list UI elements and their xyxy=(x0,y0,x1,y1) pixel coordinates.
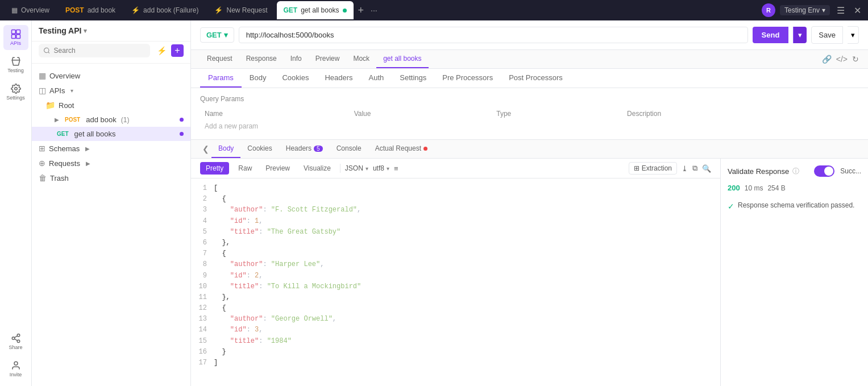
code-area: 1[ 2 { 3 "author": "F. Scott Fitzgerald"… xyxy=(191,179,720,386)
add-param-row[interactable]: Add a new param xyxy=(200,120,859,132)
add-tab-button[interactable]: + xyxy=(356,5,367,16)
copy-icon[interactable]: ⧉ xyxy=(692,164,697,173)
tab-body[interactable]: Body xyxy=(242,69,275,88)
preview-button[interactable]: Preview xyxy=(261,162,294,175)
tree-item-schemas[interactable]: ⊞ Schemas ▶ xyxy=(32,141,190,156)
left-panel: Testing API ▾ ⚡ + ▦ Overview ◫ APIs xyxy=(32,20,191,386)
download-icon[interactable]: ⤓ xyxy=(682,164,688,173)
method-selector[interactable]: GET ▾ xyxy=(200,27,234,43)
tab-console[interactable]: Console xyxy=(330,140,368,158)
extraction-icon: ⊞ xyxy=(634,164,639,172)
code-line: 8 "author": "Harper Lee", xyxy=(191,259,720,270)
validation-panel: Validate Response ⓘ Succ... 200 10 ms 25… xyxy=(720,159,868,386)
tab-new-request[interactable]: ⚡ New Request xyxy=(207,1,274,19)
refresh-icon[interactable]: ↻ xyxy=(852,55,859,64)
response-tabs: ❮ Body Cookies Headers 5 Console Actual … xyxy=(191,140,868,159)
tree-item-get-all-books[interactable]: GET get all books xyxy=(32,127,190,141)
add-button[interactable]: + xyxy=(171,44,184,57)
validate-toggle[interactable] xyxy=(814,165,834,177)
lang-select[interactable]: JSON ▾ xyxy=(345,164,368,172)
lightning-icon: ⚡ xyxy=(214,6,223,14)
sidebar-item-share[interactable]: Share xyxy=(3,329,28,354)
tab-settings[interactable]: Settings xyxy=(392,69,434,88)
tab-icons: 🔗 </> ↻ xyxy=(822,55,859,64)
close-button[interactable]: ✕ xyxy=(852,4,863,17)
filter-button[interactable]: ⚡ xyxy=(155,44,169,57)
tab-pre-processors[interactable]: Pre Processors xyxy=(434,69,501,88)
tab-cookies[interactable]: Cookies xyxy=(274,69,317,88)
save-button[interactable]: Save xyxy=(811,26,843,44)
send-button[interactable]: Send xyxy=(753,27,789,43)
tab-post-processors[interactable]: Post Processors xyxy=(501,69,571,88)
code-line: 15 "title": "1984" xyxy=(191,336,720,347)
code-icon[interactable]: </> xyxy=(836,55,848,64)
tab-auth[interactable]: Auth xyxy=(361,69,392,88)
url-input[interactable] xyxy=(239,27,748,43)
encoding-select[interactable]: utf8 ▾ xyxy=(373,164,389,172)
hamburger-button[interactable]: ☰ xyxy=(834,4,847,17)
folder-icon: 📁 xyxy=(45,101,55,110)
tab-cookies-resp[interactable]: Cookies xyxy=(240,140,279,158)
sidebar-item-apis[interactable]: APIs xyxy=(3,25,28,50)
add-param-cell[interactable]: Add a new param xyxy=(200,120,859,132)
app-title: Testing API ▾ xyxy=(39,26,184,35)
pretty-button[interactable]: Pretty xyxy=(200,162,229,175)
tree-item-post-add-book[interactable]: ▶ POST add book (1) xyxy=(32,113,190,127)
tree-trash-label: Trash xyxy=(50,174,69,182)
extraction-button[interactable]: ⊞ Extraction xyxy=(629,162,677,175)
grid-icon: ▦ xyxy=(11,6,18,14)
tab-headers-resp[interactable]: Headers 5 xyxy=(279,140,330,158)
search-box[interactable] xyxy=(39,44,150,57)
tab-get-all-books[interactable]: get all books xyxy=(376,50,428,68)
settings-icon xyxy=(11,84,21,94)
sidebar-item-testing[interactable]: Testing xyxy=(3,52,28,77)
tab-request[interactable]: Request xyxy=(200,50,239,68)
tab-info[interactable]: Info xyxy=(284,50,309,68)
tab-actual-request[interactable]: Actual Request xyxy=(368,140,434,158)
tab-response[interactable]: Response xyxy=(239,50,284,68)
tree-item-requests[interactable]: ⊕ Requests ▶ xyxy=(32,156,190,171)
sidebar-item-invite[interactable]: Invite xyxy=(3,356,28,381)
visualize-button[interactable]: Visualize xyxy=(299,162,335,175)
wrap-icon[interactable]: ≡ xyxy=(394,164,398,173)
chevron-down-icon: ▾ xyxy=(224,31,228,39)
api-icon xyxy=(11,29,21,39)
tab-body[interactable]: Body xyxy=(211,140,240,158)
tree-item-overview[interactable]: ▦ Overview xyxy=(32,68,190,83)
tab-add-book-failure[interactable]: ⚡ add book (Failure) xyxy=(124,1,205,19)
send-dropdown-button[interactable]: ▾ xyxy=(793,27,807,43)
raw-button[interactable]: Raw xyxy=(234,162,256,175)
tab-headers[interactable]: Headers xyxy=(317,69,360,88)
tree-item-root[interactable]: 📁 Root xyxy=(32,98,190,113)
chevron-down-icon: ▾ xyxy=(387,165,389,172)
tab-preview[interactable]: Preview xyxy=(309,50,347,68)
left-panel-tree: ▦ Overview ◫ APIs ▾ 📁 Root ▶ POST add bo… xyxy=(32,64,190,386)
collapse-button[interactable]: ❮ xyxy=(200,144,211,153)
active-dot xyxy=(180,118,184,122)
save-dropdown-button[interactable]: ▾ xyxy=(848,26,859,44)
search-input[interactable] xyxy=(54,47,146,55)
schema-icon: ⊞ xyxy=(39,144,45,153)
tab-mock[interactable]: Mock xyxy=(346,50,376,68)
response-section: ❮ Body Cookies Headers 5 Console Actual … xyxy=(191,139,868,386)
tab-overview-label: Overview xyxy=(21,6,49,14)
code-line: 12 { xyxy=(191,303,720,314)
left-panel-header: Testing API ▾ xyxy=(32,20,190,41)
tree-item-trash[interactable]: 🗑 Trash xyxy=(32,171,190,185)
tab-params[interactable]: Params xyxy=(200,69,242,88)
link-icon[interactable]: 🔗 xyxy=(822,55,832,64)
separator xyxy=(340,164,340,173)
search-icon[interactable]: 🔍 xyxy=(702,164,711,173)
sidebar-item-settings[interactable]: Settings xyxy=(3,80,28,105)
validate-label: Validate Response xyxy=(728,167,789,176)
tree-item-apis[interactable]: ◫ APIs ▾ xyxy=(32,83,190,98)
svg-point-5 xyxy=(17,334,20,337)
more-tabs-button[interactable]: ··· xyxy=(368,6,380,15)
tab-get-all-books[interactable]: GET get all books xyxy=(277,1,354,19)
param-tabs: Params Body Cookies Headers Auth Setting… xyxy=(191,69,868,88)
tab-post-add-book[interactable]: POST add book xyxy=(59,1,122,19)
params-table: Name Value Type Description Add a new pa… xyxy=(200,107,859,132)
env-selector[interactable]: Testing Env ▾ xyxy=(780,5,830,15)
tab-overview[interactable]: ▦ Overview xyxy=(5,1,56,19)
col-description: Description xyxy=(622,107,859,120)
